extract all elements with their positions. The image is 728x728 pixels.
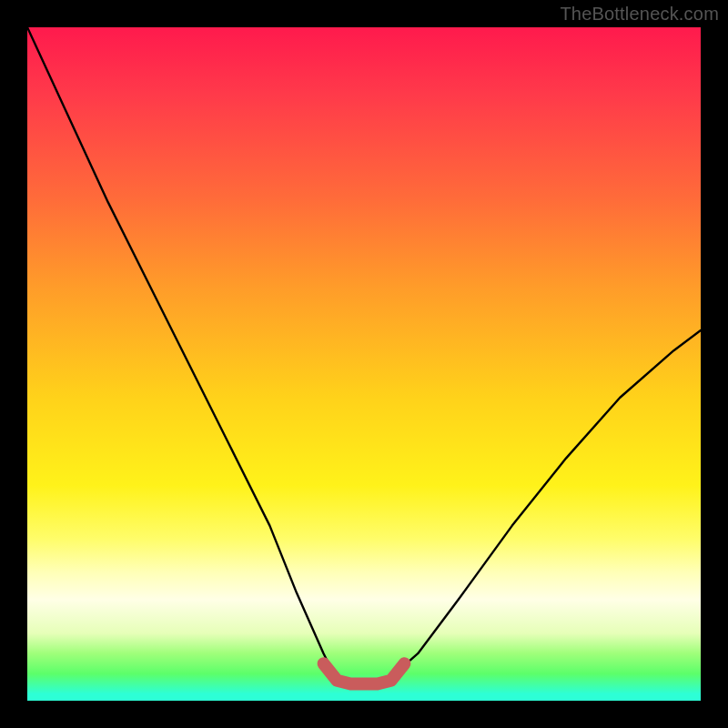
curve-svg (27, 27, 701, 701)
bottleneck-curve-path (27, 27, 701, 684)
bottom-highlight-path (324, 663, 405, 683)
chart-stage: TheBottleneck.com (0, 0, 728, 728)
watermark-text: TheBottleneck.com (560, 4, 719, 25)
plot-area (27, 27, 701, 701)
